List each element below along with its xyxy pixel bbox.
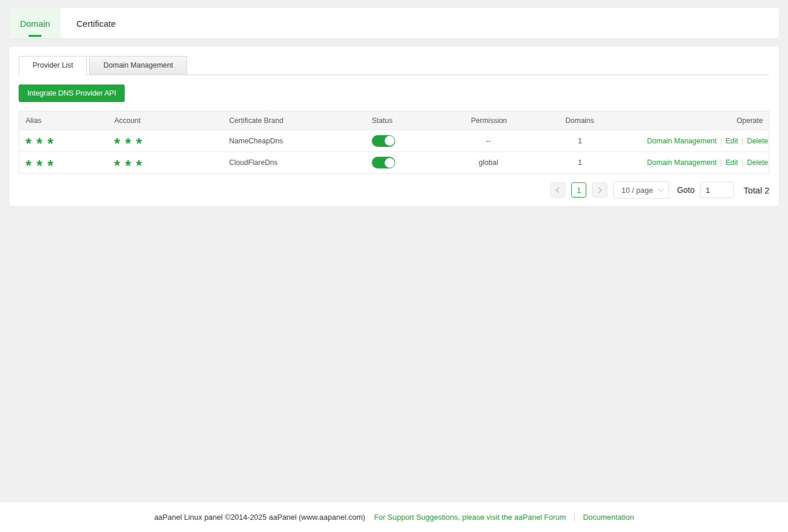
permission-value: global — [471, 158, 506, 167]
column-header-operate: Operate — [641, 117, 769, 125]
masked-alias: *** — [26, 135, 58, 149]
column-header-brand: Certificate Brand — [223, 117, 365, 125]
domains-count: 1 — [565, 158, 594, 167]
footer-divider — [574, 513, 575, 522]
operate-cell: Domain Management|Edit|Delete — [641, 137, 769, 145]
next-page-button[interactable] — [592, 182, 607, 198]
tab-domain-management-label: Domain Management — [103, 61, 173, 69]
status-toggle-on[interactable] — [372, 135, 395, 147]
pagination: 1 10 / page Goto Total 2 — [19, 181, 769, 199]
chevron-right-icon — [596, 187, 602, 193]
edit-link[interactable]: Edit — [726, 158, 738, 167]
current-page-label: 1 — [577, 186, 581, 195]
domains-cell: 1 — [559, 137, 641, 145]
domains-cell: 1 — [559, 158, 641, 167]
tab-certificate[interactable]: Certificate — [61, 8, 132, 38]
masked-account: *** — [114, 157, 147, 171]
page-size-select[interactable]: 10 / page — [613, 181, 669, 199]
page-number-button[interactable]: 1 — [571, 182, 586, 198]
domain-management-link[interactable]: Domain Management — [647, 158, 717, 167]
permission-cell: -- — [465, 137, 559, 145]
brand-cell: NameCheapDns — [223, 137, 365, 145]
chevron-down-icon — [658, 186, 664, 192]
column-header-account: Account — [108, 117, 223, 125]
tab-domain-label: Domain — [20, 19, 50, 29]
provider-table-header: Alias Account Certificate Brand Status P… — [19, 111, 769, 130]
account-cell: *** — [108, 132, 223, 149]
column-header-permission: Permission — [465, 117, 559, 125]
copyright-text: aaPanel Linux panel ©2014-2025 aaPanel (… — [154, 513, 365, 522]
tab-domain[interactable]: Domain — [9, 8, 61, 38]
masked-account: *** — [114, 135, 147, 149]
page-footer: aaPanel Linux panel ©2014-2025 aaPanel (… — [0, 502, 788, 532]
permission-value: -- — [471, 137, 506, 145]
table-row: *** *** NameCheapDns -- 1 Domain Managem… — [19, 130, 769, 152]
forum-link[interactable]: For Support Suggestions, please visit th… — [374, 513, 567, 522]
masked-alias: *** — [26, 157, 58, 171]
tab-provider-list[interactable]: Provider List — [19, 56, 87, 75]
dns-provider-card: Provider List Domain Management Integrat… — [9, 47, 779, 206]
domains-count: 1 — [565, 137, 594, 145]
total-count-label: Total 2 — [744, 185, 769, 195]
status-cell — [365, 135, 465, 147]
action-separator: | — [720, 158, 722, 167]
delete-link[interactable]: Delete — [747, 158, 768, 167]
top-tab-bar: Domain Certificate — [9, 8, 779, 38]
page-size-value: 10 / page — [621, 186, 653, 195]
sub-tab-bar: Provider List Domain Management — [19, 56, 769, 75]
provider-table: Alias Account Certificate Brand Status P… — [19, 111, 769, 174]
goto-page-input[interactable] — [700, 182, 734, 198]
permission-cell: global — [465, 158, 559, 167]
active-tab-underline — [29, 35, 41, 37]
status-cell — [365, 157, 465, 168]
previous-page-button[interactable] — [550, 182, 565, 198]
edit-link[interactable]: Edit — [726, 137, 738, 145]
documentation-link[interactable]: Documentation — [583, 513, 634, 522]
column-header-status: Status — [365, 117, 465, 125]
tab-certificate-label: Certificate — [76, 19, 116, 29]
integrate-dns-provider-api-button[interactable]: Integrate DNS Provider API — [19, 84, 125, 102]
table-row: *** *** CloudFlareDns global 1 Domain Ma… — [19, 152, 769, 173]
delete-link[interactable]: Delete — [747, 137, 768, 145]
brand-cell: CloudFlareDns — [223, 158, 365, 167]
operate-cell: Domain Management|Edit|Delete — [641, 158, 769, 167]
chevron-left-icon — [556, 187, 562, 193]
tab-provider-list-label: Provider List — [33, 61, 73, 69]
alias-cell: *** — [19, 154, 108, 171]
action-separator: | — [720, 137, 722, 145]
column-header-alias: Alias — [19, 117, 108, 125]
domain-management-link[interactable]: Domain Management — [647, 137, 717, 145]
action-separator: | — [741, 158, 743, 167]
status-toggle-on[interactable] — [372, 157, 395, 168]
account-cell: *** — [108, 154, 223, 171]
goto-label: Goto — [677, 185, 694, 195]
action-separator: | — [741, 137, 743, 145]
column-header-domains: Domains — [559, 117, 641, 125]
tab-domain-management[interactable]: Domain Management — [89, 56, 187, 75]
alias-cell: *** — [19, 132, 108, 149]
